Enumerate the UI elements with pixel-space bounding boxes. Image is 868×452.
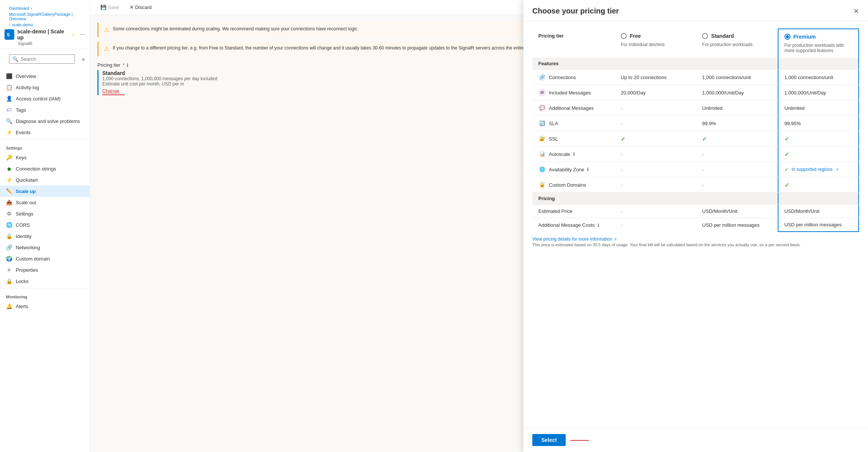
activity-log-icon: 📋 [6,84,12,90]
ssl-icon: 🔐 [538,135,546,142]
sidebar-item-cors[interactable]: 🌐 CORS [0,219,90,230]
sidebar-item-quickstart[interactable]: ⚡ Quickstart [0,174,90,186]
panel-close-button[interactable]: ✕ [853,7,859,15]
warning-icon-2: ⚠ [104,45,109,52]
sidebar-item-connection-strings[interactable]: ◆ Connection strings [0,163,90,174]
pricing-panel: Choose your pricing tier ✕ Pricing tier … [523,0,868,452]
cors-icon: 🌐 [6,222,12,228]
sidebar-item-properties[interactable]: ≡ Properties [0,264,90,275]
sidebar-item-locks[interactable]: 🔒 Locks [0,275,90,287]
sidebar-collapse-button[interactable]: « [82,56,85,63]
pricing-section-row: Pricing [532,192,859,204]
sidebar-item-diagnose[interactable]: 🔍 Diagnose and solve problems [0,115,90,127]
warning-text-1: Some connections might be terminated dur… [113,26,359,31]
feature-name-autoscale: 📊 Autoscale ℹ [532,147,615,162]
search-icon: 🔍 [12,56,18,62]
feature-premium-sla: 99.95% [778,116,859,131]
save-button[interactable]: 💾 Save [97,3,122,12]
sidebar-item-overview[interactable]: ⬛ Overview [0,70,90,82]
search-box[interactable]: 🔍 [9,54,75,64]
tier-free-header[interactable]: Free For individual dev/test [615,28,696,58]
sidebar-item-events[interactable]: ⚡ Events [0,127,90,138]
standard-radio[interactable] [702,33,708,39]
panel-header: Choose your pricing tier ✕ [523,0,868,21]
discard-icon: ✕ [130,4,134,10]
identity-icon: 🔒 [6,233,12,239]
pricing-free-additional: - [615,218,696,232]
more-icon[interactable]: ··· [80,31,85,38]
feature-name-avail: 🌐 Availability Zone ℹ [532,162,615,177]
premium-radio[interactable] [784,34,790,40]
avail-info-icon[interactable]: ℹ [587,167,589,172]
feature-row-connections: 🔗 Connections Up to 20 connections 1,000… [532,69,859,85]
app-subtitle: SignalR [18,41,85,46]
pricing-note: View pricing details for more informatio… [532,232,859,248]
discard-button[interactable]: ✕ Discard [127,3,155,12]
breadcrumb-demo[interactable]: scale-demo [12,22,33,27]
panel-footer: Select [523,428,868,452]
autoscale-icon: 📊 [538,150,546,158]
sidebar-item-label: CORS [16,222,30,228]
feature-free-domains: - [615,177,696,192]
pricing-info-icon[interactable]: ℹ [127,63,128,68]
sidebar-item-iam[interactable]: 👤 Access control (IAM) [0,93,90,104]
panel-title: Choose your pricing tier [532,7,619,15]
breadcrumb-dashboard[interactable]: Dashboard [9,6,29,10]
additional-icon: 💬 [538,104,546,112]
overview-icon: ⬛ [6,73,12,79]
sidebar-item-label: Locks [16,278,28,284]
feature-row-domains: 🔒 Custom Domains - - ✓ [532,177,859,192]
features-premium-col [778,58,859,69]
sidebar-item-activity-log[interactable]: 📋 Activity log [0,82,90,93]
tier-premium-header[interactable]: Premium For production workloads with mo… [778,28,859,58]
feature-row-messages: ✉ Included Messages 20,000/Day 1,000,000… [532,85,859,100]
favorite-icon[interactable]: ☆ [71,32,76,37]
tier-standard-header[interactable]: Standard For production workloads [696,28,777,58]
breadcrumb-package[interactable]: Microsoft.SignalRGalleryPackage | Overvi… [9,12,81,21]
app-title: scale-demo | Scale up [17,28,68,40]
search-input[interactable] [21,56,72,62]
sidebar-item-label: Custom domain [16,256,50,262]
sidebar-item-alerts[interactable]: 🔔 Alerts [0,301,90,312]
sidebar-item-networking[interactable]: 🔗 Networking [0,242,90,253]
feature-premium-autoscale: ✓ [778,147,859,162]
free-radio[interactable] [621,33,627,39]
sidebar-item-keys[interactable]: 🔑 Keys [0,152,90,163]
scale-out-icon: 📤 [6,199,12,205]
sidebar-item-identity[interactable]: 🔒 Identity [0,230,90,242]
pricing-tier-header: Pricing tier [538,33,564,39]
sidebar-item-tags[interactable]: 🏷 Tags [0,104,90,115]
breadcrumb: Dashboard › Microsoft.SignalRGalleryPack… [4,4,85,28]
sidebar-item-label: Scale up [16,189,36,194]
features-free-col [615,58,696,69]
panel-body: Pricing tier Free For individual dev/tes… [523,21,868,428]
feature-premium-connections: 1,000 connections/unit [778,70,859,85]
pricing-details-link[interactable]: View pricing details for more informatio… [532,236,612,242]
autoscale-info-icon[interactable]: ℹ [573,151,575,157]
settings-section-label: Settings [0,141,90,152]
tier-header-row: Pricing tier Free For individual dev/tes… [532,28,859,58]
sidebar-item-scale-up[interactable]: ✏️ Scale up [0,186,90,197]
additional-costs-info-icon[interactable]: ℹ [598,223,599,228]
custom-domain-icon: 🌍 [6,256,12,262]
feature-standard-additional: Unlimited [696,100,777,115]
feature-standard-autoscale: - [696,147,777,162]
sidebar-item-scale-out[interactable]: 📤 Scale out [0,197,90,208]
scale-up-icon: ✏️ [6,188,12,194]
avail-external-link[interactable]: In supported regions [792,167,832,172]
pricing-row-additional-costs: Additional Message Costs ℹ - USD per mil… [532,218,859,232]
features-section-label-row: Features [532,58,859,69]
feature-name-ssl: 🔐 SSL [532,131,615,146]
sidebar-item-custom-domain[interactable]: 🌍 Custom domain [0,253,90,264]
change-link[interactable]: Change [102,88,120,94]
pricing-free-estimated: - [615,205,696,218]
sidebar-item-settings[interactable]: ⚙ Settings [0,208,90,219]
feature-free-messages: 20,000/Day [615,85,696,100]
select-button[interactable]: Select [532,434,566,446]
feature-premium-additional: Unlimited [778,100,859,115]
connection-strings-icon: ◆ [6,166,12,172]
sidebar-item-label: Settings [16,211,33,217]
pricing-section-label: Pricing [532,193,615,204]
tier-label-cell: Pricing tier [532,28,615,58]
feature-premium-ssl: ✓ [778,131,859,146]
